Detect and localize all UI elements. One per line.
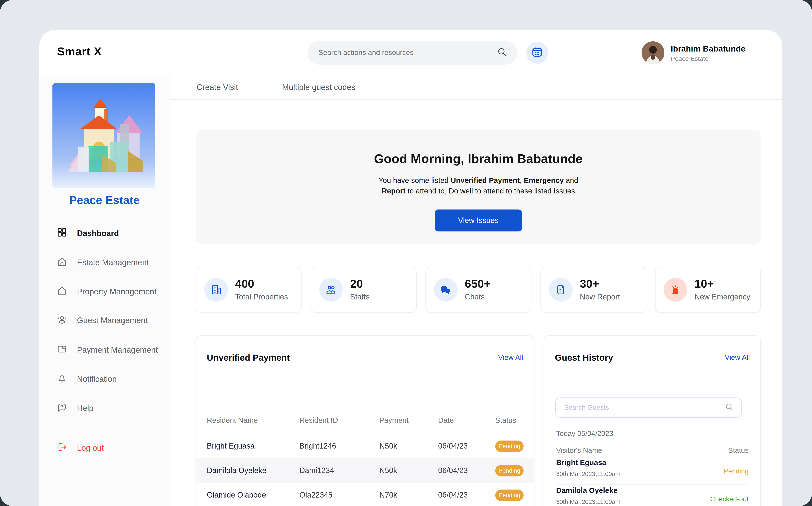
tab-multiple-guest-codes[interactable]: Multiple guest codes — [282, 76, 355, 99]
view-issues-button[interactable]: View Issues — [435, 209, 522, 232]
guest-name: Damilola Oyeleke — [556, 486, 749, 495]
cell-resident-name: Bright Eguasa — [207, 442, 299, 450]
search-input[interactable] — [318, 48, 497, 58]
tabs-row: Create Visit Multiple guest codes — [170, 76, 783, 100]
panel-title: Unverified Payment — [207, 353, 290, 363]
sidebar-logout[interactable]: Log out — [39, 437, 170, 459]
greeting-body: You have some listed Unverified Payment,… — [377, 175, 580, 197]
sidebar-item-label: Estate Management — [77, 258, 149, 267]
list-item[interactable]: Damilola Oyeleke 30th Mar,2023,11:00am C… — [556, 486, 749, 506]
panel-header: Unverified Payment View All — [207, 353, 523, 363]
cell-date: 06/04/23 — [438, 442, 495, 450]
sidebar-item-help[interactable]: Help — [39, 398, 170, 419]
sidebar-item-notification[interactable]: Notification — [39, 368, 170, 390]
stat-label: Staffs — [350, 293, 369, 302]
guests-icon — [57, 314, 67, 327]
greeting-bold-report: Report — [382, 187, 406, 195]
stat-text: 650+ Chats — [465, 278, 490, 302]
greeting-title: Good Morning, Ibrahim Babatunde — [196, 152, 761, 166]
sidebar-item-label: Payment Management — [77, 345, 158, 355]
dashboard-grid-icon — [57, 227, 67, 240]
sidebar: Peace Estate Dashboard — [39, 76, 170, 506]
app-window: Smart X — [39, 30, 783, 506]
col-resident-id: Resident ID — [299, 416, 379, 425]
profile-text: Ibrahim Babatunde Peace Estate — [671, 44, 745, 62]
stat-card-chats: 650+ Chats — [425, 267, 531, 313]
logout-label: Log out — [77, 443, 104, 453]
cell-payment: N70k — [379, 491, 438, 499]
greeting-bold-unverified: Unverified Payment — [451, 176, 520, 185]
sidebar-item-payment-management[interactable]: Payment Management — [39, 339, 170, 361]
table-row[interactable]: Damilola Oyeleke Dami1234 N50k 06/04/23 … — [196, 458, 534, 483]
guest-history-columns: Visitor's Name Status — [556, 446, 749, 455]
greeting-bold-emergency: Emergency — [524, 176, 564, 185]
tab-create-visit[interactable]: Create Visit — [197, 76, 238, 99]
col-visitor-name: Visitor's Name — [556, 446, 602, 455]
col-payment: Payment — [379, 416, 438, 425]
stat-card-new-emergency: 10+ New Emergency — [655, 267, 761, 313]
help-icon — [57, 402, 67, 415]
estate-logo-image — [53, 83, 155, 188]
search-icon — [497, 47, 507, 59]
siren-icon — [664, 278, 687, 302]
global-search[interactable] — [308, 41, 517, 65]
user-profile[interactable]: Ibrahim Babatunde Peace Estate — [641, 41, 745, 64]
home-icon — [57, 256, 67, 269]
payments-view-all-link[interactable]: View All — [498, 353, 523, 362]
guest-history-panel: Guest History View All Today 05/04/2023 … — [544, 335, 761, 506]
cell-payment: N50k — [379, 466, 438, 475]
guest-search-input[interactable] — [563, 403, 725, 412]
greeting-text: and — [564, 176, 578, 185]
cell-payment: N50k — [379, 442, 438, 450]
greeting-card: Good Morning, Ibrahim Babatunde You have… — [196, 130, 761, 244]
payments-table-header: Resident Name Resident ID Payment Date S… — [196, 412, 534, 429]
col-resident-name: Resident Name — [207, 416, 299, 425]
sidebar-item-dashboard[interactable]: Dashboard — [39, 223, 170, 245]
table-row[interactable]: Bright Eguasa Bright1246 N50k 06/04/23 P… — [196, 434, 534, 458]
report-icon — [549, 278, 572, 302]
staff-icon — [319, 278, 343, 302]
guest-search[interactable] — [555, 398, 742, 418]
sidebar-item-estate-management[interactable]: Estate Management — [39, 252, 170, 274]
stat-card-new-report: 30+ New Report — [540, 267, 646, 313]
status-badge: Pending — [495, 465, 524, 476]
sidebar-item-guest-management[interactable]: Guest Management — [39, 310, 170, 332]
cell-date: 06/04/23 — [438, 491, 495, 499]
house-icon — [57, 285, 67, 298]
desktop-background: Smart X — [0, 0, 812, 506]
row-divider — [556, 485, 749, 485]
guest-name: Bright Eguasa — [556, 458, 749, 467]
user-name: Ibrahim Babatunde — [671, 44, 745, 54]
calendar-button[interactable] — [526, 42, 548, 64]
sidebar-divider — [39, 211, 170, 211]
stat-text: 400 Total Properties — [235, 278, 288, 302]
chat-icon — [434, 278, 458, 302]
stat-value: 10+ — [694, 278, 750, 290]
greeting-text: , — [520, 176, 524, 185]
guest-status: Checked-out — [710, 495, 749, 503]
main-content: Create Visit Multiple guest codes Good M… — [170, 76, 783, 506]
stat-label: New Emergency — [694, 293, 750, 302]
sidebar-item-property-management[interactable]: Property Management — [39, 281, 170, 303]
cell-resident-id: Ola22345 — [299, 491, 379, 499]
payments-table-body: Bright Eguasa Bright1246 N50k 06/04/23 P… — [196, 434, 534, 506]
panel-header: Guest History View All — [555, 353, 750, 363]
list-item[interactable]: Bright Eguasa 30th Mar,2023,11:00am Pend… — [556, 458, 749, 485]
col-status: Status — [728, 446, 749, 455]
cell-date: 06/04/23 — [438, 466, 495, 475]
stat-value: 20 — [350, 278, 369, 290]
cell-resident-id: Bright1246 — [299, 442, 379, 450]
logout-icon — [57, 442, 67, 454]
user-org: Peace Estate — [671, 55, 745, 62]
status-badge: Pending — [495, 440, 524, 452]
stat-text: 10+ New Emergency — [694, 278, 750, 302]
table-row[interactable]: Olamide Olabode Ola22345 N70k 06/04/23 P… — [196, 483, 534, 506]
guest-history-view-all-link[interactable]: View All — [725, 353, 750, 362]
col-date: Date — [438, 416, 495, 425]
building-icon — [204, 278, 228, 302]
unverified-payment-panel: Unverified Payment View All Resident Nam… — [196, 335, 534, 506]
col-status: Status — [495, 416, 523, 425]
stat-label: Chats — [465, 293, 490, 302]
sidebar-item-label: Dashboard — [77, 229, 119, 238]
sidebar-item-label: Notification — [77, 374, 117, 384]
